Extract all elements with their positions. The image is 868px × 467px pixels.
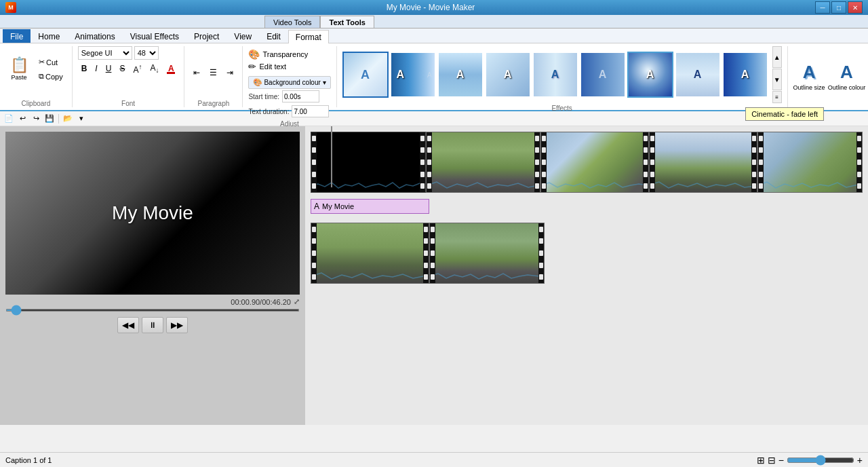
playhead xyxy=(331,126,332,187)
timeline-area: Cinematic - fade left xyxy=(305,126,868,425)
align-left-button[interactable]: ⇤ xyxy=(190,66,203,79)
grow-font-button[interactable]: A↑ xyxy=(130,62,145,75)
effect-slide[interactable]: A xyxy=(722,52,768,98)
outline-colour-icon: A xyxy=(840,62,853,83)
cut-icon: ✂ xyxy=(39,58,45,67)
tab-format[interactable]: Format xyxy=(288,30,329,43)
preview-scrubber[interactable] xyxy=(5,309,300,312)
audio-wave-6 xyxy=(311,269,429,283)
road-clip-6[interactable] xyxy=(429,223,545,284)
effect-none[interactable]: A xyxy=(342,52,389,98)
outline-colour-label: Outline colour xyxy=(828,84,866,91)
ribbon-tabs-bar: File Home Animations Visual Effects Proj… xyxy=(0,29,868,43)
align-center-button[interactable]: ☰ xyxy=(206,66,220,79)
road-clip-5[interactable] xyxy=(311,223,429,284)
preview-screen: My Movie xyxy=(5,132,300,295)
audio-wave-4 xyxy=(650,179,757,192)
zoom-out-button[interactable]: − xyxy=(778,455,784,466)
audio-wave-3 xyxy=(541,179,649,192)
effect-8[interactable]: A xyxy=(675,52,721,98)
effect-sphere[interactable]: A xyxy=(627,52,673,98)
rewind-button[interactable]: ◀◀ xyxy=(117,317,139,333)
grow-icon: A↑ xyxy=(133,65,142,75)
tab-visual-effects[interactable]: Visual Effects xyxy=(123,29,186,43)
tab-file[interactable]: File xyxy=(3,29,31,43)
outline-group: A Outline size A Outline colour xyxy=(788,46,868,107)
audio-wave-5 xyxy=(758,179,863,192)
undo-button[interactable]: ↩ xyxy=(16,113,28,125)
tab-animations[interactable]: Animations xyxy=(67,29,122,43)
open-button[interactable]: 📂 xyxy=(62,113,74,125)
maximize-button[interactable]: □ xyxy=(831,1,846,14)
tab-view[interactable]: View xyxy=(226,29,259,43)
copy-icon: ⧉ xyxy=(39,72,44,81)
road-clip-3[interactable] xyxy=(649,132,757,193)
zoom-slider[interactable] xyxy=(787,455,854,466)
zoom-in-button[interactable]: + xyxy=(857,455,863,466)
minimize-button[interactable]: ─ xyxy=(815,1,830,14)
forward-button[interactable]: ▶▶ xyxy=(166,317,188,333)
video-tools-tab[interactable]: Video Tools xyxy=(264,16,320,28)
tool-tabs-bar: Video Tools Text Tools xyxy=(0,15,868,29)
strikethrough-button[interactable]: S xyxy=(116,62,128,75)
tab-home[interactable]: Home xyxy=(31,29,67,43)
status-icon-2: ⊟ xyxy=(768,455,776,466)
audio-wave-7 xyxy=(430,269,545,283)
effect-3[interactable]: A xyxy=(437,52,484,98)
bold-button[interactable]: B xyxy=(78,62,91,75)
black-clip[interactable] xyxy=(311,132,426,193)
clipboard-group: 📋 Paste ✂ Cut ⧉ Copy Clipboard xyxy=(0,46,73,107)
save-button[interactable]: 💾 xyxy=(43,113,56,125)
new-button[interactable]: 📄 xyxy=(3,113,15,125)
tab-project[interactable]: Project xyxy=(186,29,226,43)
copy-button[interactable]: ⧉ Copy xyxy=(35,70,66,83)
underline-button[interactable]: U xyxy=(102,62,115,75)
background-colour-button[interactable]: 🎨 Background colour ▾ xyxy=(248,76,330,89)
effect-cinematic-fade-left[interactable]: A A xyxy=(390,52,436,98)
more-button[interactable]: ▾ xyxy=(75,113,87,125)
toolbar-separator xyxy=(58,114,59,124)
road-clip-1[interactable] xyxy=(426,132,541,193)
transparency-icon: 🎨 xyxy=(248,49,260,60)
caption-item[interactable]: A My Movie xyxy=(311,199,429,214)
road-clip-2[interactable] xyxy=(540,132,649,193)
edit-text-icon: ✏ xyxy=(248,61,256,72)
audio-wave-1 xyxy=(311,179,426,192)
outline-size-label: Outline size xyxy=(793,84,825,91)
main-content: My Movie 00:00.90/00:46.20 ⤢ ◀◀ ⏸ ▶▶ Cin… xyxy=(0,126,868,425)
bg-colour-icon: 🎨 xyxy=(253,78,262,87)
text-duration-input[interactable] xyxy=(292,105,329,117)
tab-edit[interactable]: Edit xyxy=(259,29,288,43)
effect-5[interactable]: A xyxy=(532,52,578,98)
font-group: Segoe UI 48 B I U S A↑ A↓ A Font xyxy=(73,46,185,107)
ribbon: 📋 Paste ✂ Cut ⧉ Copy Clipboard Segoe UI xyxy=(0,43,868,111)
outline-size-icon: A xyxy=(803,62,816,83)
effects-list: A A A A xyxy=(342,52,768,98)
effects-scroll-up[interactable]: ▲ xyxy=(772,46,782,68)
font-size-select[interactable]: 48 xyxy=(134,46,159,60)
font-color-button[interactable]: A xyxy=(163,62,178,75)
title-bar: M My Movie - Movie Maker ─ □ ✕ xyxy=(0,0,868,15)
caption-track: A My Movie xyxy=(311,198,863,214)
italic-button[interactable]: I xyxy=(92,62,100,75)
road-clip-4[interactable] xyxy=(757,132,863,193)
redo-button[interactable]: ↪ xyxy=(30,113,42,125)
shrink-font-button[interactable]: A↓ xyxy=(146,62,162,75)
effect-4[interactable]: A xyxy=(485,52,531,98)
effect-6[interactable]: A xyxy=(580,52,626,98)
text-tools-tab[interactable]: Text Tools xyxy=(320,16,374,28)
align-right-button[interactable]: ⇥ xyxy=(223,66,237,79)
font-family-select[interactable]: Segoe UI xyxy=(78,46,132,60)
paste-button[interactable]: 📋 Paste xyxy=(5,46,33,92)
caption-text-icon: A xyxy=(314,202,319,211)
secondary-video-track xyxy=(311,223,863,284)
status-bar: Caption 1 of 1 ⊞ ⊟ − + xyxy=(0,452,868,467)
pause-button[interactable]: ⏸ xyxy=(142,317,163,333)
close-button[interactable]: ✕ xyxy=(848,1,863,14)
effects-scroll-more[interactable]: ≡ xyxy=(772,91,782,103)
playback-controls: ◀◀ ⏸ ▶▶ xyxy=(5,317,300,333)
effects-scroll-down[interactable]: ▼ xyxy=(772,69,782,90)
effects-group: A A A A xyxy=(337,46,788,107)
start-time-input[interactable] xyxy=(282,90,319,102)
cut-button[interactable]: ✂ Cut xyxy=(35,56,66,69)
